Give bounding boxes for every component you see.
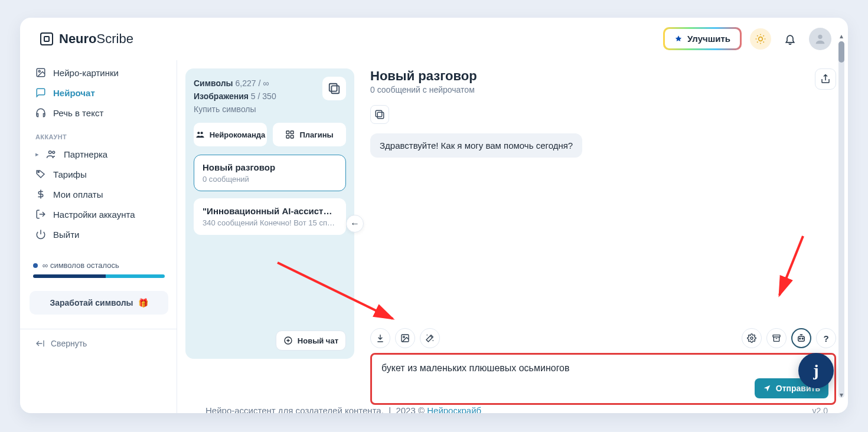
symbols-value: 6,227 / ∞: [235, 78, 269, 88]
earn-label: Заработай символы: [50, 298, 133, 307]
scrollbar-thumb[interactable]: [838, 41, 844, 63]
chat-item[interactable]: "Инновационный AI-ассист… 340 сообщений …: [194, 198, 346, 235]
brand-name-2: Scribe: [97, 31, 133, 46]
message-input-box: букет из маленьких плюшевых осьминогов О…: [370, 353, 836, 405]
chat-item-title: Новый разговор: [203, 162, 337, 172]
brand-name-1: Neuro: [59, 31, 97, 46]
user-icon: [814, 32, 827, 45]
footer-year: 2023 ©: [396, 405, 425, 413]
share-button[interactable]: [815, 68, 836, 90]
sidebar-item-chat[interactable]: Нейрочат: [30, 83, 168, 103]
chat-item-sub: 340 сообщений Конечно! Вот 15 спос…: [203, 218, 337, 227]
avatar[interactable]: [809, 28, 831, 50]
wand-icon: [425, 333, 435, 343]
svg-rect-14: [291, 135, 294, 138]
improve-button[interactable]: Улучшить: [665, 29, 740, 48]
theme-toggle[interactable]: [750, 28, 771, 50]
question-icon: ?: [823, 333, 828, 343]
share-icon: [820, 74, 831, 84]
improve-label: Улучшить: [687, 34, 730, 44]
sidebar: Нейро-картинки Нейрочат Речь в текст АКК…: [20, 60, 177, 413]
svg-rect-8: [331, 86, 339, 93]
svg-rect-7: [329, 84, 337, 91]
new-chat-label: Новый чат: [298, 336, 338, 345]
bell-icon: [784, 33, 796, 45]
app-window: NeuroScribe Улучшить: [20, 18, 848, 413]
svg-point-6: [38, 171, 39, 172]
svg-point-10: [200, 132, 203, 134]
plus-circle-icon: [283, 336, 293, 345]
scroll-down-arrow[interactable]: ▾: [837, 391, 846, 399]
collapse-sidebar-button[interactable]: Свернуть: [30, 329, 168, 358]
message-input[interactable]: букет из маленьких плюшевых осьминогов: [380, 362, 826, 376]
chat-header: Новый разговор 0 сообщений с нейрочатом: [370, 68, 836, 94]
tool-robot-button[interactable]: [791, 328, 811, 348]
sidebar-item-label: Тарифы: [53, 169, 87, 179]
svg-point-1: [818, 34, 822, 38]
chats-card: Символы 6,227 / ∞ Изображения 5 / 350 Ку…: [185, 68, 354, 359]
chat-icon: [35, 87, 46, 98]
svg-point-9: [197, 132, 200, 134]
sidebar-item-logout[interactable]: Выйти: [30, 224, 168, 244]
sidebar-item-plans[interactable]: Тарифы: [30, 164, 168, 184]
svg-rect-13: [286, 135, 289, 138]
footer-brand-link[interactable]: Нейроскрайб: [427, 405, 481, 413]
svg-point-3: [38, 70, 40, 72]
tool-magic-button[interactable]: [420, 328, 440, 348]
logo-icon: [40, 32, 53, 45]
caret-icon: ▸: [35, 150, 41, 158]
tool-archive-button[interactable]: [766, 328, 787, 348]
improve-button-wrap: Улучшить: [663, 27, 742, 50]
tag-icon: [35, 169, 46, 179]
sidebar-item-partner[interactable]: ▸ Партнерка: [30, 144, 168, 164]
support-fab[interactable]: j: [798, 353, 834, 388]
earn-symbols-button[interactable]: Заработай символы 🎁: [30, 291, 168, 315]
dot-icon: [33, 263, 38, 268]
scroll-up-arrow[interactable]: ▴: [837, 32, 846, 40]
sidebar-item-payments[interactable]: Мои оплаты: [30, 184, 168, 204]
dollar-icon: [35, 189, 46, 199]
sidebar-item-speech[interactable]: Речь в текст: [30, 103, 168, 123]
svg-rect-17: [377, 112, 384, 119]
brand-tile: [322, 77, 346, 100]
chat-title: Новый разговор: [370, 68, 477, 84]
chat-list: Новый разговор 0 сообщений "Инновационны…: [194, 155, 346, 235]
tool-download-button[interactable]: [370, 328, 390, 348]
scrollbar-track[interactable]: [838, 41, 844, 398]
layers-icon: [328, 82, 341, 95]
chat-item[interactable]: Новый разговор 0 сообщений: [194, 155, 346, 191]
tool-settings-button[interactable]: [742, 328, 762, 348]
sidebar-item-label: Партнерка: [64, 149, 107, 159]
neuroteam-label: Нейрокоманда: [210, 130, 266, 139]
usage-info: Символы 6,227 / ∞ Изображения 5 / 350 Ку…: [194, 77, 276, 116]
plugins-button[interactable]: Плагины: [273, 123, 346, 146]
sidebar-item-label: Нейро-картинки: [53, 68, 119, 78]
sidebar-item-settings[interactable]: Настройки аккаунта: [30, 204, 168, 224]
image-icon: [35, 67, 46, 78]
svg-point-20: [750, 337, 753, 339]
bot-avatar: [370, 105, 389, 124]
neuroteam-button[interactable]: Нейрокоманда: [194, 123, 267, 146]
grid-icon: [285, 130, 295, 139]
new-chat-button[interactable]: Новый чат: [276, 330, 346, 351]
brand-logo[interactable]: NeuroScribe: [40, 31, 133, 47]
sun-icon: [755, 33, 766, 45]
tool-image-button[interactable]: [395, 328, 415, 348]
tool-help-button[interactable]: ?: [816, 328, 836, 348]
sidebar-nav: Нейро-картинки Нейрочат Речь в текст АКК…: [30, 60, 168, 244]
svg-rect-12: [291, 131, 294, 134]
sidebar-item-images[interactable]: Нейро-картинки: [30, 63, 168, 83]
power-icon: [35, 229, 46, 240]
images-value: 5 / 350: [251, 91, 276, 101]
svg-point-4: [49, 151, 52, 154]
chat-item-title: "Инновационный AI-ассист…: [203, 206, 337, 216]
svg-point-0: [759, 37, 763, 41]
assistant-message: Здравствуйте! Как я могу вам помочь сего…: [370, 133, 582, 158]
gift-icon: 🎁: [138, 298, 148, 307]
notifications-button[interactable]: [779, 28, 801, 50]
svg-point-5: [53, 151, 55, 153]
sidebar-item-label: Речь в текст: [53, 108, 103, 118]
chat-body: Здравствуйте! Как я могу вам помочь сего…: [370, 100, 836, 328]
buy-symbols-link[interactable]: Купить символы: [194, 103, 276, 116]
gear-icon: [747, 333, 756, 343]
